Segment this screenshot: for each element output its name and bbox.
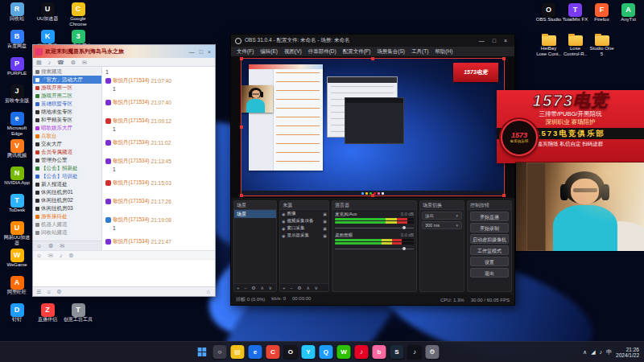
source-item[interactable]: ◉ 视频采集设备 ▣ bbox=[280, 217, 328, 224]
selection-handle[interactable] bbox=[240, 194, 243, 197]
channel-item[interactable]: 休闲挂机房03 bbox=[33, 204, 101, 212]
obs-control-button[interactable]: 设置 bbox=[470, 257, 509, 266]
selection-handle[interactable] bbox=[371, 57, 374, 60]
desktop-icon[interactable]: W WeGame bbox=[2, 248, 32, 275]
taskbar-app-icon[interactable]: b bbox=[372, 345, 386, 359]
desktop-icon[interactable]: V 腾讯视频 bbox=[2, 138, 32, 166]
desktop-icon[interactable]: O OBS Studio bbox=[535, 2, 562, 30]
taskbar-app-icon[interactable]: Q bbox=[319, 345, 332, 359]
desktop-icon[interactable]: e Microsoft Edge bbox=[2, 111, 32, 138]
source-item[interactable]: ◉ 图像 ▣ bbox=[280, 210, 328, 217]
desktop-icon[interactable]: C Google Chrome bbox=[63, 2, 93, 29]
channel-item[interactable]: 新人报道处 bbox=[33, 180, 101, 188]
volume-slider[interactable] bbox=[335, 246, 414, 251]
channel-item[interactable]: 英雄联盟专区 bbox=[33, 100, 101, 108]
source-item[interactable]: ◉ 窗口采集 ▣ bbox=[280, 224, 328, 232]
obs-control-button[interactable]: 退出 bbox=[470, 268, 509, 278]
channel-item[interactable]: 搜索频道 bbox=[33, 68, 101, 76]
ime-language-indicator[interactable]: 中 bbox=[606, 348, 612, 356]
obs-titlebar[interactable]: OBS 31.0.4 - 配置文件: 未命名 - 场景: 未命名 — □ × bbox=[231, 35, 514, 47]
obs-menu-item[interactable]: 文件(F) bbox=[234, 48, 256, 56]
obs-menu-item[interactable]: 视图(V) bbox=[282, 48, 304, 56]
obs-preview-video[interactable]: 1573电竞 bbox=[242, 59, 504, 195]
channel-tree-footer[interactable]: ☺ ⚙ ✉ bbox=[33, 241, 101, 250]
visibility-icon[interactable]: ◉ bbox=[282, 212, 285, 216]
taskbar-app-icon[interactable]: S bbox=[390, 345, 403, 359]
chat-input[interactable] bbox=[33, 259, 215, 286]
sources-dock-toolbar[interactable]: + − ⚙ ∧ ∨ bbox=[280, 283, 328, 291]
clock[interactable]: 21:26 2024/1/22 bbox=[616, 347, 639, 358]
desktop-icon[interactable]: U 网易UU加速器 bbox=[2, 220, 32, 248]
visibility-icon[interactable]: ◉ bbox=[282, 233, 285, 238]
taskbar-app-icon[interactable]: ▤ bbox=[230, 345, 244, 359]
channel-item[interactable]: 「官方」活动大厅 bbox=[33, 76, 101, 84]
desktop-folder-icon[interactable]: HeiBay Lose Cont.. bbox=[535, 32, 562, 60]
obs-window-controls[interactable]: — □ × bbox=[479, 38, 510, 43]
channel-item[interactable]: 回收站频道 bbox=[33, 228, 101, 237]
desktop-icon[interactable]: Z 直播伴侣 bbox=[32, 302, 63, 330]
channel-item[interactable]: 管理办公室 bbox=[33, 156, 101, 164]
desktop-icon[interactable]: A AnyTxt bbox=[615, 2, 642, 30]
channel-item[interactable]: 点歌台 bbox=[33, 132, 101, 140]
desktop-icon[interactable]: T 创意工坊工具 bbox=[63, 302, 93, 330]
transition-select[interactable]: 淡出 ▼ bbox=[422, 212, 462, 220]
volume-slider[interactable] bbox=[335, 225, 414, 230]
chat-titlebar[interactable]: 欢迎来到魔兽系列海岛马永之旅 — □ × bbox=[33, 45, 215, 58]
network-icon[interactable]: ◢ bbox=[591, 349, 595, 356]
obs-menu-item[interactable]: 编辑(E) bbox=[258, 48, 280, 56]
selection-handle[interactable] bbox=[502, 57, 506, 60]
obs-menu-item[interactable]: 配置文件(P) bbox=[341, 48, 374, 56]
lock-icon[interactable]: ▣ bbox=[323, 233, 327, 238]
channel-item[interactable]: 会员专属频道 bbox=[33, 148, 101, 156]
channel-item[interactable]: 【公会】培训处 bbox=[33, 172, 101, 180]
desktop-icon[interactable]: U UU加速器 bbox=[32, 2, 63, 29]
selection-handle[interactable] bbox=[240, 125, 243, 129]
channel-item[interactable]: 【公会】招新处 bbox=[33, 164, 101, 172]
taskbar-app-icon[interactable]: ♪ bbox=[407, 345, 421, 359]
desktop-icon[interactable]: N NVIDIA App bbox=[2, 166, 32, 193]
taskbar-app-icon[interactable]: W bbox=[336, 345, 350, 359]
lock-icon[interactable]: ▣ bbox=[323, 219, 327, 224]
channel-item[interactable]: 唱歌娱乐大厅 bbox=[33, 124, 101, 132]
scenes-dock-toolbar[interactable]: + − ⚙ ∧ ∨ bbox=[234, 283, 276, 291]
channel-item[interactable]: 休闲挂机房02 bbox=[33, 196, 101, 204]
chat-input-toolbar[interactable]: ☺ ✉ ♪ ⚙ bbox=[33, 250, 215, 259]
obs-menu-item[interactable]: 工具(T) bbox=[409, 48, 431, 56]
obs-menu-item[interactable]: 停靠部件(D) bbox=[306, 48, 339, 56]
taskbar-app-icon[interactable]: O bbox=[283, 345, 297, 359]
desktop-icon[interactable]: T ToDesk bbox=[2, 193, 32, 220]
lock-icon[interactable]: ▣ bbox=[323, 226, 327, 231]
selection-handle[interactable] bbox=[502, 194, 506, 197]
volume-icon[interactable]: ♪ bbox=[600, 349, 603, 355]
obs-control-button[interactable]: 开始录制 bbox=[470, 223, 509, 232]
transition-duration[interactable]: 300 ms ▼ bbox=[422, 221, 462, 229]
obs-menu-item[interactable]: 场景集合(S) bbox=[374, 48, 407, 56]
desktop-icon[interactable]: B 百度网盘 bbox=[2, 29, 32, 56]
scene-item[interactable]: 场景 bbox=[234, 210, 276, 218]
desktop-folder-icon[interactable]: Studio One 5 bbox=[588, 32, 615, 60]
taskbar-app-icon[interactable]: ⚙ bbox=[425, 345, 439, 359]
chat-status-right-icons[interactable]: ⌂ bbox=[207, 287, 212, 296]
obs-control-button[interactable]: 开始直播 bbox=[470, 212, 509, 221]
desktop-icon[interactable]: J 剪映专业版 bbox=[2, 84, 32, 111]
tray-chevron-icon[interactable]: ∧ bbox=[583, 349, 587, 356]
visibility-icon[interactable]: ◉ bbox=[282, 219, 285, 224]
desktop-icon[interactable]: P PURPLE bbox=[2, 56, 32, 84]
channel-item[interactable]: 绝地求生专区 bbox=[33, 108, 101, 116]
chat-toolbar[interactable]: ▤ ♪ ☎ ⚙ ✉ bbox=[33, 58, 215, 67]
chat-window-controls[interactable]: — □ × bbox=[189, 49, 213, 55]
visibility-icon[interactable]: ◉ bbox=[282, 226, 285, 231]
channel-item[interactable]: 机器人频道 bbox=[33, 220, 101, 228]
selection-handle[interactable] bbox=[240, 57, 243, 60]
start-button[interactable] bbox=[195, 345, 208, 359]
desktop-icon[interactable]: A 阿里旺旺 bbox=[2, 275, 32, 302]
channel-item[interactable]: 游戏开黑二区 bbox=[33, 92, 101, 100]
desktop-folder-icon[interactable]: Lose Control-R.. bbox=[562, 32, 588, 60]
channel-item[interactable]: 和平精英专区 bbox=[33, 116, 101, 124]
channel-item[interactable]: 交友大厅 bbox=[33, 140, 101, 148]
obs-control-button[interactable]: 启动虚拟摄像机 bbox=[470, 234, 509, 244]
desktop-icon[interactable]: D 钉钉 bbox=[2, 302, 32, 330]
taskbar-app-icon[interactable]: ○ bbox=[213, 345, 226, 359]
obs-menu-item[interactable]: 帮助(H) bbox=[432, 48, 455, 56]
taskbar-app-icon[interactable]: e bbox=[248, 345, 262, 359]
